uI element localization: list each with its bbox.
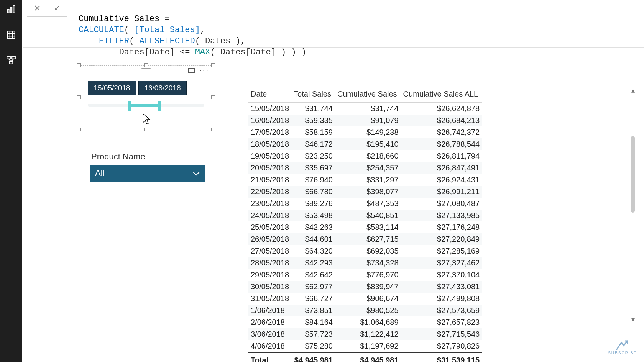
table-row[interactable]: 19/05/2018$23,250$218,660$26,811,794: [248, 150, 482, 162]
table-cell: 23/05/2018: [248, 198, 291, 210]
product-slicer-dropdown[interactable]: All: [90, 165, 205, 182]
table-cell: 18/05/2018: [248, 138, 291, 150]
table-cell: $776,970: [335, 269, 401, 281]
table-cell: $254,357: [335, 162, 401, 174]
table-cell: $26,624,878: [401, 103, 482, 115]
table-cell: $31,744: [335, 103, 401, 115]
table-cell: $23,250: [291, 150, 335, 162]
table-row[interactable]: 15/05/2018$31,744$31,744$26,624,878: [248, 103, 482, 115]
table-cell: 27/05/2018: [248, 245, 291, 257]
formula-commit-box: ✕ ✓: [27, 0, 67, 17]
scroll-up-icon[interactable]: ▴: [629, 86, 637, 95]
table-cell: $26,991,211: [401, 186, 482, 198]
resize-handle[interactable]: [77, 63, 81, 67]
table-cell: $218,660: [335, 150, 401, 162]
total-sales: $4,945,981: [291, 352, 335, 362]
resize-handle[interactable]: [211, 128, 215, 131]
table-row[interactable]: 2/06/2018$84,164$1,064,689$27,657,823: [248, 316, 482, 328]
table-cell: 22/05/2018: [248, 186, 291, 198]
scrollbar-thumb[interactable]: [631, 136, 635, 213]
table-visual[interactable]: Date Total Sales Cumulative Sales Cumula…: [248, 87, 467, 362]
resize-handle[interactable]: [77, 128, 81, 131]
table-row[interactable]: 30/05/2018$62,977$839,947$27,433,081: [248, 281, 482, 293]
table-cell: 25/05/2018: [248, 221, 291, 233]
table-cell: $487,353: [335, 198, 401, 210]
table-cell: $27,133,985: [401, 210, 482, 221]
table-row[interactable]: 3/06/2018$57,723$1,122,412$27,715,546: [248, 328, 482, 340]
commit-formula-icon[interactable]: ✓: [54, 3, 61, 13]
table-header-row: Date Total Sales Cumulative Sales Cumula…: [248, 87, 482, 103]
table-row[interactable]: 23/05/2018$89,276$487,353$27,080,487: [248, 198, 482, 210]
table-cell: $195,410: [335, 138, 401, 150]
table-cell: 16/05/2018: [248, 115, 291, 126]
table-row[interactable]: 22/05/2018$66,780$398,077$26,991,211: [248, 186, 482, 198]
resize-handle[interactable]: [211, 63, 215, 67]
col-total-sales[interactable]: Total Sales: [291, 87, 335, 103]
table-row[interactable]: 1/06/2018$73,851$980,525$27,573,659: [248, 305, 482, 316]
col-cumulative-sales-all[interactable]: Cumulative Sales ALL: [401, 87, 482, 103]
table-cell: $89,276: [291, 198, 335, 210]
table-cell: 2/06/2018: [248, 316, 291, 328]
table-cell: $42,642: [291, 269, 335, 281]
col-date[interactable]: Date: [248, 87, 291, 103]
table-row[interactable]: 28/05/2018$42,293$734,328$27,327,462: [248, 257, 482, 269]
table-row[interactable]: 24/05/2018$53,498$540,851$27,133,985: [248, 210, 482, 221]
table-cell: $734,328: [335, 257, 401, 269]
focus-mode-icon[interactable]: [188, 68, 195, 73]
table-cell: $42,293: [291, 257, 335, 269]
model-view-icon[interactable]: [5, 54, 17, 66]
more-options-icon[interactable]: ···: [200, 69, 209, 72]
product-slicer-value: All: [95, 168, 104, 178]
table-cell: $26,742,372: [401, 126, 482, 138]
table-row[interactable]: 4/06/2018$75,280$1,197,692$27,790,826: [248, 340, 482, 352]
slicer-start-date[interactable]: 15/05/2018: [88, 81, 136, 95]
table-row[interactable]: 27/05/2018$64,320$692,035$27,285,169: [248, 245, 482, 257]
table-cell: $149,238: [335, 126, 401, 138]
table-cell: $26,847,491: [401, 162, 482, 174]
table-row[interactable]: 20/05/2018$35,697$254,357$26,847,491: [248, 162, 482, 174]
table-cell: $1,197,692: [335, 340, 401, 352]
table-cell: 15/05/2018: [248, 103, 291, 115]
slicer-end-date[interactable]: 16/08/2018: [138, 81, 187, 95]
data-view-icon[interactable]: [5, 29, 17, 41]
table-cell: $58,159: [291, 126, 335, 138]
table-cell: 29/05/2018: [248, 269, 291, 281]
table-row[interactable]: 18/05/2018$46,172$195,410$26,788,544: [248, 138, 482, 150]
table-cell: $84,164: [291, 316, 335, 328]
table-row[interactable]: 17/05/2018$58,159$149,238$26,742,372: [248, 126, 482, 138]
resize-handle[interactable]: [144, 63, 148, 67]
resize-handle[interactable]: [211, 95, 215, 99]
table-cell: $59,335: [291, 115, 335, 126]
table-cell: $66,727: [291, 293, 335, 305]
formula-divider: [23, 47, 644, 48]
report-view-icon[interactable]: [5, 4, 17, 15]
col-cumulative-sales[interactable]: Cumulative Sales: [335, 87, 401, 103]
table-cell: $31,744: [291, 103, 335, 115]
resize-handle[interactable]: [144, 128, 148, 131]
scroll-down-icon[interactable]: ▾: [629, 315, 637, 324]
table-row[interactable]: 31/05/2018$66,727$906,674$27,499,808: [248, 293, 482, 305]
table-scrollbar: ▴ ▾: [629, 86, 637, 324]
svg-rect-10: [10, 61, 13, 64]
table-cell: 26/05/2018: [248, 233, 291, 245]
table-cell: $27,790,826: [401, 340, 482, 352]
table-cell: $839,947: [335, 281, 401, 293]
cancel-formula-icon[interactable]: ✕: [34, 3, 41, 13]
table-cell: 30/05/2018: [248, 281, 291, 293]
table-cell: $27,715,546: [401, 328, 482, 340]
table-row[interactable]: 25/05/2018$42,263$583,114$27,176,248: [248, 221, 482, 233]
table-row[interactable]: 26/05/2018$44,601$627,715$27,220,849: [248, 233, 482, 245]
table-row[interactable]: 29/05/2018$42,642$776,970$27,370,104: [248, 269, 482, 281]
table-row[interactable]: 21/05/2018$76,940$331,297$26,924,431: [248, 174, 482, 186]
resize-handle[interactable]: [77, 95, 81, 99]
table-cell: $906,674: [335, 293, 401, 305]
visual-drag-grip-icon[interactable]: [141, 68, 151, 70]
table-cell: $27,370,104: [401, 269, 482, 281]
table-cell: 31/05/2018: [248, 293, 291, 305]
slicer-handle-start[interactable]: [128, 101, 131, 111]
formula-bar[interactable]: Cumulative Sales = CALCULATE( [Total Sal…: [79, 2, 306, 58]
date-slicer-visual[interactable]: ··· 15/05/2018 16/08/2018: [79, 65, 213, 129]
slicer-handle-end[interactable]: [158, 101, 161, 111]
table-cell: $91,079: [335, 115, 401, 126]
table-row[interactable]: 16/05/2018$59,335$91,079$26,684,213: [248, 115, 482, 126]
